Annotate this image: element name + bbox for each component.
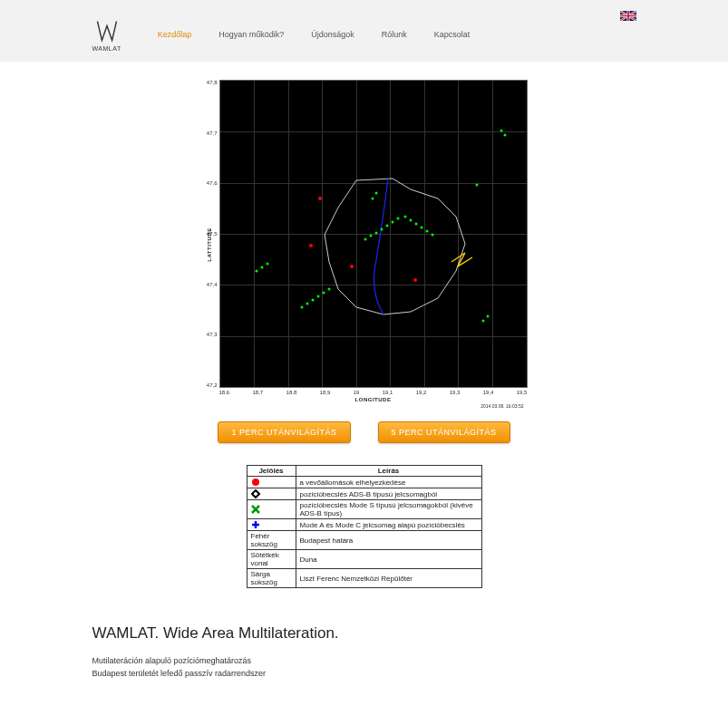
button-row: 1 PERC UTÁNVILÁGÍTÁS 5 PERC UTÁNVILÁGÍTÁ…: [218, 421, 510, 443]
diamond-icon: [251, 489, 260, 498]
svg-point-32: [309, 244, 313, 247]
svg-point-10: [364, 238, 366, 241]
svg-point-33: [318, 197, 322, 200]
nav-contact[interactable]: Kapcsolat: [434, 30, 471, 39]
svg-point-23: [475, 184, 478, 187]
nav-about[interactable]: Rólunk: [382, 30, 407, 39]
header: WAMLAT Kezdőlap Hogyan működik? Újdonság…: [0, 0, 728, 62]
x-ticks: 18,618,718,818,91919,119,219,319,419,5: [219, 390, 528, 395]
svg-point-7: [316, 295, 319, 298]
svg-point-25: [481, 320, 484, 323]
table-row: Fehér sokszög Budapest határa: [247, 531, 481, 550]
svg-point-3: [266, 263, 268, 266]
chart-timestamp: 2014.03.08. 16:03:52: [219, 403, 524, 409]
legend-table: Jelölés Leírás a vevőállomások elhelyezk…: [247, 465, 482, 588]
svg-point-21: [425, 230, 428, 233]
svg-point-17: [403, 216, 406, 218]
nav: Kezdőlap Hogyan működik? Újdonságok Rólu…: [158, 30, 471, 39]
svg-point-2: [260, 266, 263, 269]
svg-point-4: [300, 306, 303, 309]
svg-point-28: [500, 130, 502, 132]
table-row: a vevőállomások elhelyezkedése: [247, 477, 481, 488]
logo-text: WAMLAT: [92, 45, 121, 52]
svg-point-11: [369, 235, 372, 237]
svg-point-19: [414, 223, 417, 226]
y-ticks: 47,8 47,7 47,6 47,5 47,4 47,3 47,2: [205, 80, 218, 388]
svg-point-30: [350, 265, 354, 268]
svg-point-15: [391, 221, 393, 224]
uk-flag-icon[interactable]: [620, 11, 636, 21]
svg-point-14: [385, 225, 388, 227]
green-x-icon: [251, 505, 260, 514]
svg-point-27: [374, 192, 377, 195]
blue-plus-icon: [251, 520, 260, 529]
svg-point-18: [409, 219, 412, 222]
svg-point-9: [327, 288, 330, 291]
svg-point-13: [380, 228, 383, 231]
plot-area: [219, 80, 528, 388]
nav-how[interactable]: Hogyan működik?: [218, 30, 284, 39]
afterglow-5min-button[interactable]: 5 PERC UTÁNVILÁGÍTÁS: [378, 421, 510, 443]
svg-point-8: [322, 292, 325, 295]
svg-point-22: [431, 234, 433, 237]
legend-header-desc: Leírás: [296, 466, 481, 477]
afterglow-1min-button[interactable]: 1 PERC UTÁNVILÁGÍTÁS: [218, 421, 350, 443]
nav-home[interactable]: Kezdőlap: [158, 30, 192, 39]
svg-point-12: [374, 232, 377, 235]
nav-news[interactable]: Újdonságok: [311, 30, 354, 39]
page-title: WAMLAT. Wide Area Multilateration.: [92, 624, 636, 643]
table-row: Mode A és Mode C jelcsomag alapú pozíció…: [247, 519, 481, 531]
svg-point-26: [371, 198, 374, 200]
logo-icon: [94, 18, 120, 44]
table-row: Sötétkék vonal Duna: [247, 550, 481, 569]
svg-point-16: [396, 218, 399, 220]
logo[interactable]: WAMLAT: [92, 18, 121, 52]
main: LATTITUDE 47,8 47,7 47,6 47,5 47,4 47,3 …: [0, 62, 728, 725]
svg-point-34: [252, 478, 259, 486]
svg-point-31: [413, 278, 417, 282]
svg-point-20: [420, 227, 422, 229]
svg-point-1: [255, 270, 257, 273]
x-axis-label: LONGITUDE: [219, 397, 528, 402]
svg-point-29: [503, 134, 506, 137]
svg-point-6: [311, 299, 314, 302]
svg-point-24: [486, 315, 489, 318]
red-dot-icon: [251, 478, 260, 487]
table-row: pozícióbecslés Mode S típusú jelcsomagok…: [247, 500, 481, 519]
chart: LATTITUDE 47,8 47,7 47,6 47,5 47,4 47,3 …: [92, 80, 636, 588]
table-row: Sárga sokszög Liszt Ferenc Nemzetközi Re…: [247, 569, 481, 588]
intro-text: Mutilateráción alapuló pozíciómeghatároz…: [92, 655, 636, 680]
plot-overlay-icon: [220, 81, 529, 389]
table-row: pozícióbecslés ADS-B típusú jelcsomagból: [247, 488, 481, 500]
legend-header-symbol: Jelölés: [247, 466, 296, 477]
svg-point-5: [306, 303, 308, 305]
